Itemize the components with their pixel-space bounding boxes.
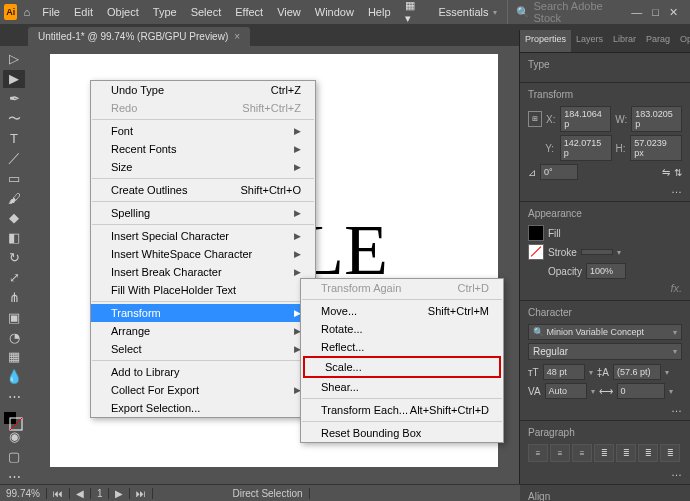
fill-swatch[interactable] [528,225,544,241]
justify-left-icon[interactable]: ≣ [594,444,614,462]
arrange-documents-icon[interactable]: ▦ ▾ [399,0,427,28]
font-style-dropdown[interactable]: Regular▾ [528,343,682,360]
eraser-tool-icon[interactable]: ◧ [3,229,25,247]
x-value[interactable]: 184.1064 p [560,106,611,132]
ctx-size[interactable]: Size▶ [91,158,315,176]
menu-edit[interactable]: Edit [68,3,99,21]
direct-selection-tool-icon[interactable]: ▶ [3,70,25,88]
pen-tool-icon[interactable]: ✒ [3,90,25,108]
shape-builder-tool-icon[interactable]: ◔ [3,328,25,346]
draw-mode-icon[interactable]: ◉ [3,428,25,446]
flip-h-icon[interactable]: ⇋ [662,167,670,178]
ctx-insert-special[interactable]: Insert Special Character▶ [91,227,315,245]
tab-layers[interactable]: Layers [571,30,608,52]
menu-object[interactable]: Object [101,3,145,21]
h-value[interactable]: 57.0239 px [630,135,682,161]
ctx-insert-whitespace[interactable]: Insert WhiteSpace Character▶ [91,245,315,263]
font-family-dropdown[interactable]: 🔍 Minion Variable Concept▾ [528,324,682,340]
tracking[interactable]: 0 [617,383,665,399]
sub-move[interactable]: Move...Shift+Ctrl+M [301,302,503,320]
w-value[interactable]: 183.0205 p [631,106,682,132]
align-right-icon[interactable]: ≡ [572,444,592,462]
stroke-weight[interactable] [581,249,613,255]
menu-window[interactable]: Window [309,3,360,21]
nav-last-icon[interactable]: ⏭ [130,488,153,499]
workspace-switcher[interactable]: Essentials▾ [430,3,504,21]
ctx-undo[interactable]: Undo TypeCtrl+Z [91,81,315,99]
kerning[interactable]: Auto [545,383,587,399]
fx-button[interactable]: fx. [528,282,682,294]
sub-shear[interactable]: Shear... [301,378,503,396]
curvature-tool-icon[interactable]: 〜 [3,110,25,128]
ctx-collect-export[interactable]: Collect For Export▶ [91,381,315,399]
search-stock[interactable]: 🔍 Search Adobe Stock [507,0,622,24]
scale-tool-icon[interactable]: ⤢ [3,269,25,287]
sub-scale[interactable]: Scale... [303,356,501,378]
menu-select[interactable]: Select [185,3,228,21]
more-tools-icon[interactable]: ⋯ [3,388,25,406]
nav-prev-icon[interactable]: ◀ [70,488,91,499]
current-tool[interactable]: Direct Selection [226,488,309,499]
close-button[interactable]: ✕ [669,6,678,19]
font-size[interactable]: 48 pt [543,364,585,380]
ctx-recent-fonts[interactable]: Recent Fonts▶ [91,140,315,158]
selection-tool-icon[interactable]: ▷ [3,50,25,68]
justify-right-icon[interactable]: ≣ [638,444,658,462]
maximize-button[interactable]: □ [652,6,659,19]
width-tool-icon[interactable]: ⋔ [3,288,25,306]
sub-reflect[interactable]: Reflect... [301,338,503,356]
ctx-add-library[interactable]: Add to Library [91,363,315,381]
flip-v-icon[interactable]: ⇅ [674,167,682,178]
justify-center-icon[interactable]: ≣ [616,444,636,462]
angle-value[interactable]: 0° [540,164,578,180]
tab-paragraph[interactable]: Parag [641,30,675,52]
reference-point-icon[interactable]: ⊞ [528,111,542,127]
leading[interactable]: (57.6 pt) [613,364,661,380]
ctx-create-outlines[interactable]: Create OutlinesShift+Ctrl+O [91,181,315,199]
zoom-level[interactable]: 99.74% [0,488,47,499]
character-more[interactable]: … [528,402,682,414]
justify-all-icon[interactable]: ≣ [660,444,680,462]
shaper-tool-icon[interactable]: ◆ [3,209,25,227]
tab-open[interactable]: Open [675,30,690,52]
y-value[interactable]: 142.0715 p [560,135,612,161]
sub-rotate[interactable]: Rotate... [301,320,503,338]
tab-libraries[interactable]: Librar [608,30,641,52]
fill-stroke-proxy[interactable] [4,412,24,426]
stroke-swatch[interactable] [528,244,544,260]
edit-toolbar-icon[interactable]: ⋯ [3,467,25,485]
align-left-icon[interactable]: ≡ [528,444,548,462]
transform-more[interactable]: … [528,183,682,195]
opacity-value[interactable]: 100% [586,263,626,279]
ctx-font[interactable]: Font▶ [91,122,315,140]
menu-type[interactable]: Type [147,3,183,21]
nav-first-icon[interactable]: ⏮ [47,488,70,499]
type-tool-icon[interactable]: T [3,130,25,148]
artboard-number[interactable]: 1 [91,488,110,499]
nav-next-icon[interactable]: ▶ [109,488,130,499]
minimize-button[interactable]: — [631,6,642,19]
ctx-select[interactable]: Select▶ [91,340,315,358]
menu-effect[interactable]: Effect [229,3,269,21]
rectangle-tool-icon[interactable]: ▭ [3,169,25,187]
menu-file[interactable]: File [36,3,66,21]
ctx-fill-placeholder[interactable]: Fill With PlaceHolder Text [91,281,315,299]
ctx-spelling[interactable]: Spelling▶ [91,204,315,222]
ctx-insert-break[interactable]: Insert Break Character▶ [91,263,315,281]
eyedropper-tool-icon[interactable]: 💧 [3,368,25,386]
home-icon[interactable]: ⌂ [19,3,34,21]
ctx-transform[interactable]: Transform▶ [91,304,315,322]
align-center-icon[interactable]: ≡ [550,444,570,462]
screen-mode-icon[interactable]: ▢ [3,447,25,465]
paragraph-more[interactable]: … [528,466,682,478]
tab-properties[interactable]: Properties [520,30,571,52]
free-transform-tool-icon[interactable]: ▣ [3,308,25,326]
document-tab[interactable]: Untitled-1* @ 99.74% (RGB/GPU Preview) × [28,27,250,46]
sub-transform-each[interactable]: Transform Each...Alt+Shift+Ctrl+D [301,401,503,419]
paintbrush-tool-icon[interactable]: 🖌 [3,189,25,207]
ctx-arrange[interactable]: Arrange▶ [91,322,315,340]
sub-reset-bbox[interactable]: Reset Bounding Box [301,424,503,442]
line-tool-icon[interactable]: ／ [3,149,25,167]
menu-view[interactable]: View [271,3,307,21]
rotate-tool-icon[interactable]: ↻ [3,249,25,267]
